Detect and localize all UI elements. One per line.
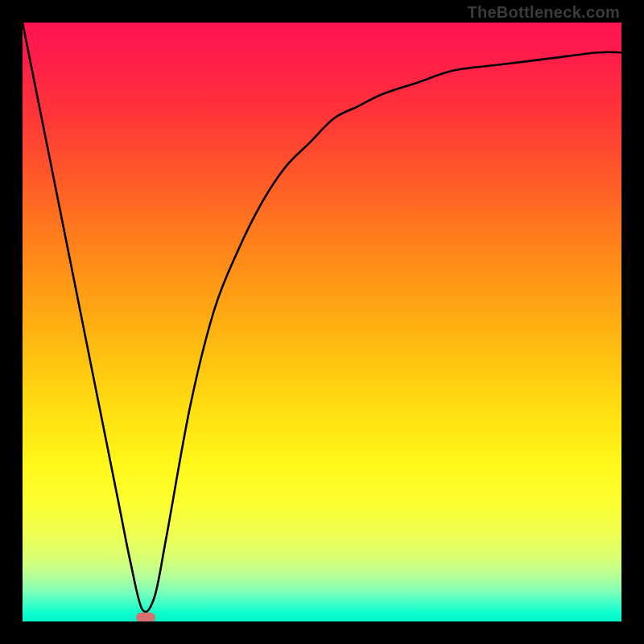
frame-border-bottom — [0, 621, 644, 644]
optimal-point-marker — [136, 613, 155, 621]
chart-frame: TheBottleneck.com — [0, 0, 644, 644]
frame-border-right — [621, 0, 644, 644]
watermark-text: TheBottleneck.com — [467, 3, 620, 22]
plot-area — [23, 23, 621, 621]
curve-layer — [23, 23, 621, 621]
frame-border-left — [0, 0, 23, 644]
bottleneck-curve — [23, 23, 621, 612]
